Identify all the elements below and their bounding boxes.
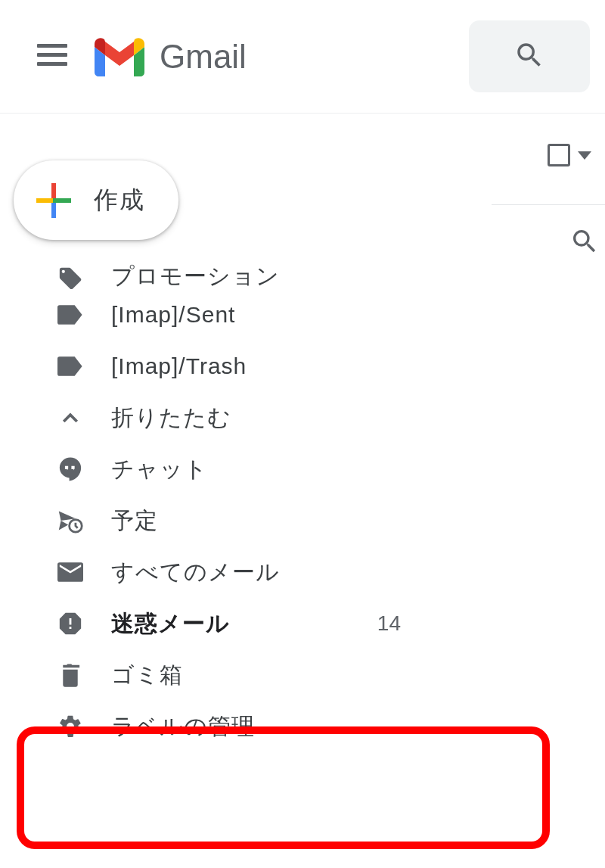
search-icon [513, 39, 545, 74]
sidebar-item-collapse[interactable]: 折りたたむ [0, 392, 408, 443]
sidebar-item-spam[interactable]: 迷惑メール 14 [0, 598, 408, 649]
select-all-control[interactable] [548, 144, 591, 166]
sidebar-item-label: 折りたたむ [111, 403, 231, 434]
label-icon [57, 353, 84, 380]
tag-icon [57, 265, 84, 289]
sidebar-item-label: プロモーション [111, 263, 280, 289]
label-icon [57, 301, 84, 328]
plus-icon [36, 183, 71, 218]
sidebar: プロモーション [Imap]/Sent [Imap]/Trash 折りたたむ チ… [0, 263, 408, 752]
sidebar-item-label: ゴミ箱 [111, 660, 183, 691]
spam-icon [57, 610, 84, 637]
sidebar-item-label: [Imap]/Trash [111, 353, 247, 379]
search-icon [569, 226, 600, 260]
sidebar-item-manage-labels[interactable]: ラベルの管理 [0, 701, 408, 752]
svg-rect-2 [37, 62, 67, 66]
gmail-m-icon [93, 37, 146, 76]
sidebar-item-label: [Imap]/Sent [111, 302, 235, 328]
sidebar-item-label: 迷惑メール [111, 608, 230, 639]
chevron-up-icon [57, 404, 84, 431]
svg-rect-5 [36, 198, 53, 203]
unread-count: 14 [377, 611, 401, 636]
gmail-logo[interactable]: Gmail [93, 37, 247, 76]
schedule-icon [57, 507, 84, 534]
gear-icon [57, 713, 84, 740]
compose-label: 作成 [94, 184, 145, 217]
sidebar-item-chat[interactable]: チャット [0, 443, 408, 495]
compose-button[interactable]: 作成 [14, 160, 178, 240]
hamburger-icon [37, 44, 67, 70]
svg-rect-3 [51, 183, 56, 200]
svg-rect-1 [37, 53, 67, 57]
mail-icon [57, 558, 84, 586]
sidebar-item-imap-trash[interactable]: [Imap]/Trash [0, 341, 408, 392]
sidebar-item-all-mail[interactable]: すべてのメール [0, 546, 408, 598]
sidebar-item-label: 予定 [111, 506, 158, 537]
checkbox-icon [548, 144, 570, 166]
header: Gmail [0, 0, 605, 114]
svg-rect-0 [37, 44, 67, 48]
sidebar-item-promotions[interactable]: プロモーション [0, 263, 408, 289]
sidebar-item-label: すべてのメール [111, 557, 280, 588]
hangouts-icon [57, 456, 84, 483]
divider [492, 204, 605, 205]
sidebar-item-label: チャット [111, 454, 208, 485]
sidebar-item-scheduled[interactable]: 予定 [0, 495, 408, 546]
gmail-wordmark: Gmail [160, 38, 247, 76]
chevron-down-icon [578, 151, 591, 160]
sidebar-item-trash[interactable]: ゴミ箱 [0, 649, 408, 701]
search-button-secondary[interactable] [569, 227, 600, 259]
sidebar-item-imap-sent[interactable]: [Imap]/Sent [0, 289, 408, 341]
svg-rect-6 [53, 198, 71, 203]
main-menu-button[interactable] [34, 39, 70, 75]
trash-icon [57, 661, 84, 689]
search-button[interactable] [469, 20, 590, 92]
sidebar-item-label: ラベルの管理 [111, 711, 255, 742]
